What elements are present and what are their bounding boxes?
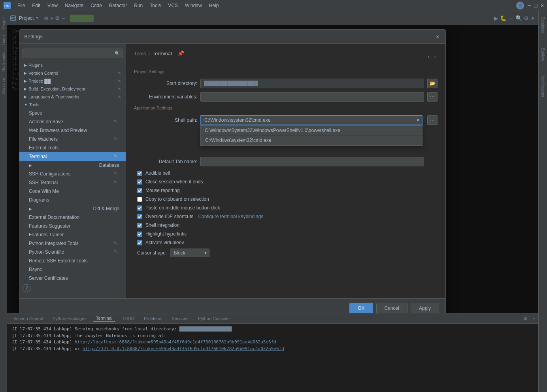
toolbar-icon-1[interactable]: ⊕ <box>44 15 49 21</box>
sidebar-item-web-browsers[interactable]: Web Browsers and Preview <box>19 126 126 135</box>
sidebar-item-ssh-config[interactable]: SSH Configurations ✎ <box>19 170 126 178</box>
env-variables-input[interactable] <box>200 92 424 102</box>
sidebar-section-vcs[interactable]: ▶ Version Control ✎ <box>19 69 126 77</box>
terminal-minus-icon[interactable]: − <box>532 316 535 321</box>
breadcrumb-tools-link[interactable]: Tools <box>134 51 146 57</box>
settings-search-input[interactable] <box>23 49 123 58</box>
project-dropdown-arrow[interactable]: ▼ <box>35 16 39 20</box>
debug-button[interactable]: 🐛 <box>500 15 507 21</box>
minimize-button[interactable]: − <box>527 2 531 9</box>
sidebar-item-diagrams[interactable]: Diagrams <box>19 196 126 204</box>
search-everywhere-icon[interactable]: 🔍 <box>515 15 522 21</box>
activate-virtualenv-checkbox[interactable] <box>137 240 142 245</box>
menu-refactor[interactable]: Refactor <box>106 2 130 9</box>
shell-path-dropdown-button[interactable]: ▼ <box>414 116 422 124</box>
sidebar-item-server-certs[interactable]: Server Certificates <box>19 274 126 283</box>
settings-help-button[interactable]: ? <box>23 284 30 292</box>
sidebar-item-terminal[interactable]: Terminal ✎ <box>19 152 126 161</box>
sidebar-tab-bookmarks[interactable]: Bookmarks <box>1 49 7 74</box>
toolbar-more-icon[interactable]: ⋯ <box>508 15 514 21</box>
dialog-close-button[interactable]: × <box>434 34 441 40</box>
highlight-hyperlinks-checkbox[interactable] <box>137 232 142 237</box>
sidebar-item-code-with-me[interactable]: Code With Me <box>19 187 126 196</box>
menu-navigate[interactable]: Navigate <box>62 2 87 9</box>
menu-edit[interactable]: Edit <box>29 2 43 9</box>
close-window-button[interactable]: × <box>541 2 544 9</box>
terminal-link-localhost[interactable]: http://localhost:8888/?token=595b43a4f45… <box>75 339 276 345</box>
paste-middle-checkbox[interactable] <box>137 205 142 211</box>
shell-option-powershell[interactable]: C:\Windows\System32\WindowsPowerShell\v1… <box>201 126 422 135</box>
sidebar-item-python-scientific[interactable]: Python Scientific ✎ <box>19 248 126 256</box>
sidebar-tab-learn[interactable]: Learn <box>1 33 7 48</box>
maximize-button[interactable]: □ <box>534 2 537 9</box>
terminal-tab-problems[interactable]: Problems <box>141 315 165 322</box>
sidebar-item-features-trainer[interactable]: Features Trainer <box>19 230 126 239</box>
toolbar-icon-2[interactable]: ≡ <box>50 15 53 21</box>
menu-run[interactable]: Run <box>131 2 146 9</box>
nav-back-button[interactable]: ‹ <box>426 53 431 60</box>
sidebar-item-space[interactable]: Space <box>19 109 126 117</box>
sidebar-section-project[interactable]: ▶ Project: ██ ✎ <box>19 77 126 85</box>
shell-path-input[interactable] <box>201 116 414 124</box>
menu-vcs[interactable]: VCS <box>165 2 181 9</box>
sidebar-item-file-watchers[interactable]: File Watchers ✎ <box>19 135 126 143</box>
sidebar-section-plugins[interactable]: ▶ Plugins <box>19 61 126 69</box>
sidebar-item-diff-merge[interactable]: ▶ Diff & Merge <box>19 204 126 213</box>
close-session-checkbox[interactable] <box>137 179 142 185</box>
cancel-button[interactable]: Cancel <box>376 303 407 313</box>
pin-icon[interactable]: 📌 <box>177 50 184 57</box>
menu-file[interactable]: File <box>14 2 28 9</box>
right-tab-notifications[interactable]: Notifications <box>540 73 546 99</box>
sidebar-item-rsync[interactable]: Rsync <box>19 265 126 274</box>
terminal-tab-packages[interactable]: Python Packages <box>49 315 90 322</box>
copy-clipboard-checkbox[interactable] <box>137 197 142 202</box>
default-tab-input[interactable] <box>200 157 424 166</box>
terminal-tab-vcs[interactable]: Version Control <box>10 315 46 322</box>
terminal-tab-terminal[interactable]: Terminal <box>93 315 116 322</box>
sidebar-item-database[interactable]: ▶ Database <box>19 161 126 170</box>
shell-option-cmd[interactable]: C:\Windows\system32\cmd.exe <box>201 135 422 145</box>
right-tab-database[interactable]: Database <box>540 14 546 36</box>
nav-forward-button[interactable]: › <box>432 53 438 60</box>
toolbar-icon-3[interactable]: ⚙ <box>55 15 60 21</box>
menu-code[interactable]: Code <box>87 2 105 9</box>
shell-integration-checkbox[interactable] <box>137 223 142 228</box>
env-variables-browse-button[interactable]: ⋯ <box>427 92 438 102</box>
sidebar-item-features-suggester[interactable]: Features Suggester <box>19 222 126 230</box>
sidebar-item-remote-ssh[interactable]: Remote SSH External Tools <box>19 256 126 265</box>
sidebar-item-actions-on-save[interactable]: Actions on Save ✎ <box>19 117 126 126</box>
shell-path-browse-button[interactable]: ⋯ <box>427 115 438 125</box>
start-directory-input[interactable] <box>200 79 424 88</box>
sidebar-tab-project[interactable]: Project <box>1 14 7 31</box>
sidebar-section-build[interactable]: ▶ Build, Execution, Deployment ✎ <box>19 85 126 93</box>
sidebar-section-tools[interactable]: ▼ Tools <box>19 101 126 109</box>
terminal-tab-services[interactable]: Services <box>168 315 191 322</box>
configure-keybindings-link[interactable]: Configure terminal keybindings <box>198 214 263 219</box>
toolbar-extra-icon[interactable]: ✦ <box>530 15 535 21</box>
menu-view[interactable]: View <box>44 2 61 9</box>
terminal-tab-python-console[interactable]: Python Console <box>195 315 232 322</box>
right-tab-sqleditor[interactable]: SqView <box>540 45 546 64</box>
audible-bell-checkbox[interactable] <box>137 171 142 176</box>
menu-window[interactable]: Window <box>182 2 205 9</box>
toolbar-icon-4[interactable]: − <box>62 15 65 21</box>
apply-button[interactable]: Apply <box>411 303 439 313</box>
menu-help[interactable]: Help <box>206 2 222 9</box>
sidebar-section-languages[interactable]: ▶ Languages & Frameworks ✎ <box>19 93 126 101</box>
menu-tools[interactable]: Tools <box>147 2 164 9</box>
terminal-gear-icon[interactable]: ⚙ <box>523 316 528 321</box>
sidebar-item-ext-docs[interactable]: External Documentation <box>19 213 126 222</box>
terminal-link-127[interactable]: http://127.0.0.1:8888/?token=595b43a4f45… <box>83 346 284 351</box>
terminal-tab-todo[interactable]: TODO <box>119 315 138 322</box>
sidebar-item-ssh-terminal[interactable]: SSH Terminal ✎ <box>19 178 126 187</box>
override-ide-checkbox[interactable] <box>137 214 142 219</box>
ok-button[interactable]: OK <box>349 303 373 313</box>
run-button[interactable]: ▶ <box>494 15 498 21</box>
sidebar-item-external-tools[interactable]: External Tools <box>19 143 126 152</box>
sidebar-item-python-integrated[interactable]: Python Integrated Tools ✎ <box>19 239 126 248</box>
sidebar-tab-structure[interactable]: Structure <box>1 75 7 96</box>
start-directory-browse-button[interactable]: 📂 <box>427 79 438 88</box>
settings-gear-icon[interactable]: ⚙ <box>524 15 529 21</box>
user-avatar[interactable]: 👤 <box>516 2 524 9</box>
cursor-shape-select[interactable]: Block Underline Beam <box>170 249 209 257</box>
